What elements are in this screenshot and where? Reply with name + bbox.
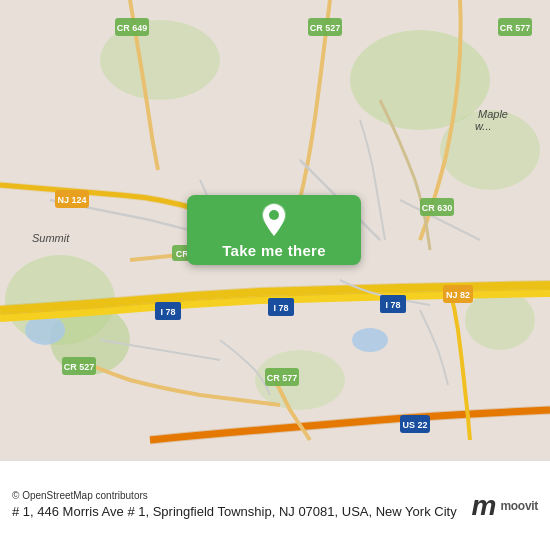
location-pin-icon	[260, 202, 288, 238]
svg-text:US 22: US 22	[402, 420, 427, 430]
svg-point-9	[352, 328, 388, 352]
take-me-there-button[interactable]: Take me there	[187, 195, 361, 265]
svg-text:CR 630: CR 630	[422, 203, 453, 213]
svg-text:I 78: I 78	[160, 307, 175, 317]
svg-text:CR 527: CR 527	[64, 362, 95, 372]
svg-text:CR 577: CR 577	[500, 23, 531, 33]
moovit-logo: m moovit	[472, 490, 538, 522]
take-me-there-label: Take me there	[222, 242, 326, 259]
svg-text:w...: w...	[475, 120, 492, 132]
info-text-block: © OpenStreetMap contributors # 1, 446 Mo…	[12, 490, 462, 521]
osm-credit: © OpenStreetMap contributors	[12, 490, 462, 501]
svg-text:CR 527: CR 527	[310, 23, 341, 33]
svg-text:Maple: Maple	[478, 108, 508, 120]
svg-text:I 78: I 78	[385, 300, 400, 310]
svg-text:NJ 124: NJ 124	[57, 195, 86, 205]
svg-text:I 78: I 78	[273, 303, 288, 313]
svg-point-5	[465, 290, 535, 350]
info-bar: © OpenStreetMap contributors # 1, 446 Mo…	[0, 460, 550, 550]
svg-point-40	[269, 210, 279, 220]
map-container: CR 649 CR 527 CR 577 NJ 124 CR 5 CR 630 …	[0, 0, 550, 460]
svg-text:CR 649: CR 649	[117, 23, 148, 33]
moovit-m-letter: m	[472, 490, 497, 522]
svg-text:Summit: Summit	[32, 232, 70, 244]
osm-credit-text: © OpenStreetMap contributors	[12, 490, 148, 501]
moovit-text: moovit	[500, 499, 538, 513]
svg-text:CR 577: CR 577	[267, 373, 298, 383]
address-line: # 1, 446 Morris Ave # 1, Springfield Tow…	[12, 503, 462, 521]
svg-text:NJ 82: NJ 82	[446, 290, 470, 300]
